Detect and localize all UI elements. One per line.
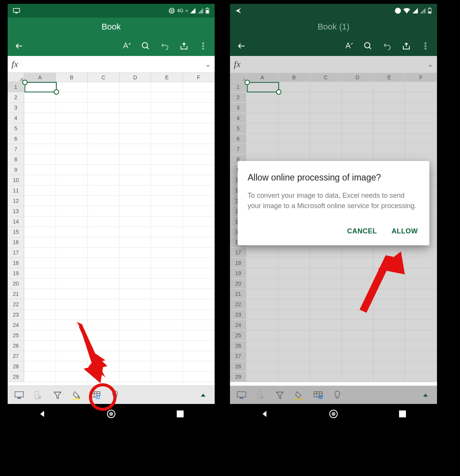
row-header[interactable]: 20: [230, 279, 246, 289]
cell[interactable]: [88, 227, 120, 237]
nav-back-button[interactable]: [33, 405, 51, 423]
cell[interactable]: [120, 237, 151, 248]
cell[interactable]: [151, 289, 183, 299]
cell[interactable]: [151, 372, 183, 382]
cell[interactable]: [88, 248, 120, 258]
row-header[interactable]: 14: [8, 217, 24, 227]
row-header[interactable]: 27: [230, 351, 246, 361]
cell[interactable]: [56, 154, 88, 165]
cell[interactable]: [120, 144, 151, 154]
row-header[interactable]: 5: [8, 123, 24, 134]
cell[interactable]: [342, 113, 374, 123]
cell[interactable]: [56, 227, 88, 237]
cell[interactable]: [24, 237, 56, 248]
cell[interactable]: [310, 92, 342, 103]
cell[interactable]: [24, 310, 56, 320]
cell[interactable]: [246, 320, 278, 330]
cell[interactable]: [183, 279, 215, 289]
cell[interactable]: [56, 206, 88, 217]
cell[interactable]: [151, 206, 183, 217]
cell[interactable]: [246, 372, 278, 382]
cell[interactable]: [120, 227, 151, 237]
cell[interactable]: [278, 320, 310, 330]
cell[interactable]: [151, 154, 183, 165]
cell[interactable]: [405, 330, 437, 341]
cell[interactable]: [405, 134, 437, 144]
cell[interactable]: [278, 82, 310, 92]
cell[interactable]: [120, 123, 151, 134]
cell[interactable]: [246, 361, 278, 372]
cell[interactable]: [278, 351, 310, 361]
row-header[interactable]: 6: [230, 134, 246, 144]
cell[interactable]: [310, 310, 342, 320]
cell[interactable]: [405, 144, 437, 154]
filter-button[interactable]: [272, 387, 288, 403]
cell[interactable]: [310, 248, 342, 258]
cell[interactable]: [183, 206, 215, 217]
cell[interactable]: [120, 113, 151, 123]
cell[interactable]: [24, 196, 56, 206]
row-header[interactable]: 2: [230, 92, 246, 103]
cell[interactable]: [278, 103, 310, 113]
cell[interactable]: [310, 289, 342, 299]
cell[interactable]: [373, 92, 405, 103]
cell[interactable]: [56, 289, 88, 299]
cell[interactable]: [24, 113, 56, 123]
cell[interactable]: [246, 113, 278, 123]
column-header[interactable]: A: [246, 73, 278, 82]
cell[interactable]: [151, 196, 183, 206]
cell[interactable]: [342, 103, 374, 113]
cell[interactable]: [120, 92, 151, 103]
cell[interactable]: [183, 217, 215, 227]
cell[interactable]: [183, 134, 215, 144]
cell[interactable]: [246, 144, 278, 154]
cell[interactable]: [278, 341, 310, 351]
cell[interactable]: [183, 330, 215, 341]
expand-toolbar-button[interactable]: [418, 387, 433, 403]
cell[interactable]: [342, 341, 374, 351]
cell[interactable]: [24, 268, 56, 279]
fill-color-button[interactable]: [69, 387, 84, 403]
column-header[interactable]: E: [373, 73, 405, 82]
cell[interactable]: [183, 144, 215, 154]
cell[interactable]: [246, 351, 278, 361]
cell[interactable]: [183, 341, 215, 351]
back-button[interactable]: [12, 38, 27, 54]
cell[interactable]: [342, 144, 374, 154]
cell[interactable]: [246, 330, 278, 341]
cell[interactable]: [310, 103, 342, 113]
cell[interactable]: [120, 154, 151, 165]
cell[interactable]: [246, 279, 278, 289]
row-header[interactable]: 21: [8, 289, 24, 299]
cell[interactable]: [310, 268, 342, 279]
cell[interactable]: [120, 82, 151, 92]
cell[interactable]: [278, 144, 310, 154]
cell[interactable]: [151, 258, 183, 268]
cell[interactable]: [373, 351, 405, 361]
row-header[interactable]: 21: [230, 289, 246, 299]
cell[interactable]: [310, 341, 342, 351]
cell[interactable]: [24, 165, 56, 175]
cell[interactable]: [373, 144, 405, 154]
sort-button[interactable]: [31, 387, 46, 403]
cell[interactable]: [120, 196, 151, 206]
cell[interactable]: [183, 351, 215, 361]
cell[interactable]: [56, 248, 88, 258]
cell[interactable]: [151, 279, 183, 289]
cell[interactable]: [405, 123, 437, 134]
sheet-view-button[interactable]: [234, 387, 249, 403]
row-header[interactable]: 15: [8, 227, 24, 237]
more-button[interactable]: [418, 38, 433, 54]
cell[interactable]: [183, 175, 215, 185]
cell[interactable]: [151, 92, 183, 103]
cell[interactable]: [88, 279, 120, 289]
fill-color-button[interactable]: [291, 387, 307, 403]
cell[interactable]: [120, 320, 151, 330]
cell[interactable]: [88, 113, 120, 123]
cell[interactable]: [120, 258, 151, 268]
cell[interactable]: [88, 175, 120, 185]
row-header[interactable]: 28: [8, 361, 24, 372]
cell[interactable]: [88, 237, 120, 248]
cell[interactable]: [183, 123, 215, 134]
nav-recents-button[interactable]: [393, 405, 412, 423]
